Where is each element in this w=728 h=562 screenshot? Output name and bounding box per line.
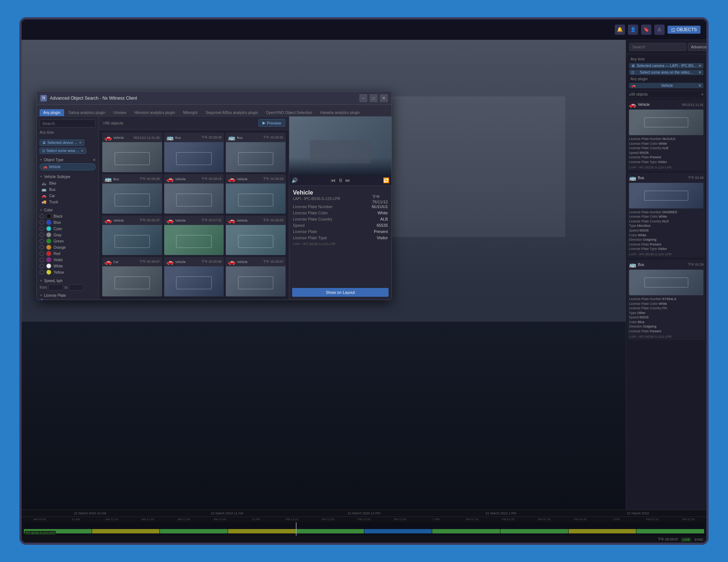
vehicle-chip[interactable]: 🚗 Vehicle bbox=[40, 163, 96, 170]
tab-uniview[interactable]: Uniview bbox=[110, 109, 130, 116]
rp-item-3-header: 🚌 Bus 下午 02:29 bbox=[629, 261, 703, 268]
area-chip-close[interactable]: ✕ bbox=[81, 149, 84, 153]
rp-view-toggle[interactable]: ≡ bbox=[701, 92, 703, 96]
play-pause-button[interactable]: ⏸ bbox=[338, 177, 343, 183]
result-card-12[interactable]: 🚗 Vehicle 下午 02:25:07 LAPI - IPC-BS36-S-… bbox=[225, 257, 286, 297]
selected-device-chip[interactable]: 🖥 Selected device ... ✕ bbox=[40, 140, 84, 146]
color-black-radio[interactable] bbox=[40, 214, 44, 218]
plugin-tabs: Any plugin Dahua analytics plugin Univie… bbox=[37, 105, 391, 117]
license-present-radio[interactable] bbox=[40, 299, 44, 300]
timeline-track[interactable]: IPC-BS36-S-12X-LPR bbox=[23, 522, 705, 536]
result-card-6[interactable]: 🚗 Vehicle 下午 02:28:33 LAPI - IPC-BS36-S-… bbox=[225, 174, 286, 214]
license-present-row[interactable]: Present bbox=[40, 299, 96, 300]
result-card-8[interactable]: 🚗 Vehicle 下午 02:27:22 LAPI - IPC-BS36-S-… bbox=[164, 215, 224, 255]
rp-advanced-button[interactable]: Advanced bbox=[688, 43, 706, 51]
live-button[interactable]: LIVE bbox=[681, 537, 691, 542]
color-red-radio[interactable] bbox=[40, 251, 44, 256]
color-green-radio[interactable] bbox=[40, 239, 44, 243]
result-card-3[interactable]: 🚌 Bus 下午 02:29:31 LAPI - IPC-BS36-S-12X-… bbox=[225, 133, 286, 173]
color-green-row[interactable]: Green bbox=[40, 239, 96, 244]
color-gray-row[interactable]: Gray bbox=[40, 232, 96, 237]
subtype-truck[interactable]: 🚚 Truck bbox=[40, 199, 96, 205]
tab-hikvision[interactable]: Hikvision analytics plugin bbox=[130, 109, 179, 116]
rp-item-2[interactable]: 🚌 Bus 下午 02:29 License Plate Number DN39… bbox=[628, 173, 705, 258]
result-card-4[interactable]: 🚌 Bus 下午 02:29:26 LAPI - IPC-BS36-S-12X-… bbox=[102, 174, 162, 214]
object-type-close[interactable]: ✕ bbox=[93, 158, 96, 162]
minimize-button[interactable]: − bbox=[359, 94, 367, 102]
color-yellow-row[interactable]: Yellow bbox=[40, 270, 96, 275]
rp-lpc1: White bbox=[659, 142, 667, 145]
tab-openvino[interactable]: OpenVINO Object Detection bbox=[262, 109, 316, 116]
speed-from-input[interactable] bbox=[48, 284, 63, 291]
color-white-radio[interactable] bbox=[40, 264, 44, 268]
subtype-car[interactable]: 🚗 Car bbox=[40, 193, 96, 199]
select-area-chip[interactable]: ⊡ Select some area ... ✕ bbox=[40, 148, 86, 154]
speed-to-input[interactable] bbox=[69, 284, 84, 291]
subtype-bus[interactable]: 🚌 Bus bbox=[40, 186, 96, 193]
speed-group[interactable]: ▼ Speed, kph bbox=[40, 279, 96, 283]
person-icon[interactable]: 👤 bbox=[628, 25, 638, 35]
bookmark-icon[interactable]: 🔖 bbox=[641, 25, 651, 35]
tab-hanwha[interactable]: Hanwha analytics plugin bbox=[316, 109, 363, 116]
close-button[interactable]: ✕ bbox=[380, 94, 388, 102]
result-card-10[interactable]: 🚗 Car 下午 02:26:07 LAPI - IPC-BS36-S-12X-… bbox=[102, 257, 162, 297]
color-violet-radio[interactable] bbox=[40, 258, 44, 262]
rp-item-2-time: 下午 02:29 bbox=[688, 175, 703, 180]
result-card-11[interactable]: 🚗 Vehicle 下午 02:25:59 LAPI - IPC-BS36-S-… bbox=[164, 257, 224, 297]
rp-select-area-tag[interactable]: ⊡ Select some area on the video... ✕ bbox=[629, 70, 703, 75]
tl-event-10 bbox=[636, 529, 704, 533]
color-orange-row[interactable]: Orange bbox=[40, 245, 96, 250]
result-card-7[interactable]: 🚗 Vehicle 下午 02:26:37 LAPI - IPC-BS36-S-… bbox=[102, 215, 162, 255]
color-yellow-radio[interactable] bbox=[40, 270, 44, 274]
sync-button[interactable]: SYNC bbox=[694, 538, 703, 541]
color-group[interactable]: ▼ Color bbox=[40, 208, 96, 212]
color-blue-radio[interactable] bbox=[40, 220, 44, 225]
object-type-group[interactable]: ▼ Object Type ✕ bbox=[40, 158, 96, 162]
subtype-bike[interactable]: 🚲 Bike bbox=[40, 180, 96, 186]
tab-milesight[interactable]: Milesight bbox=[180, 109, 201, 116]
show-on-layout-button[interactable]: Show on Layout bbox=[292, 288, 389, 297]
result-card-9[interactable]: 🚗 Vehicle 下午 02:26:02 LAPI - IPC-BS36-S-… bbox=[225, 215, 286, 255]
result-card-2[interactable]: 🚌 Bus 下午 02:29:26 LAPI - IPC-BS36-S-12X-… bbox=[164, 133, 224, 173]
tab-dahua[interactable]: Dahua analytics plugin bbox=[65, 109, 109, 116]
color-red-row[interactable]: Red bbox=[40, 251, 96, 256]
volume-icon[interactable]: 🔊 bbox=[291, 177, 298, 183]
rp-selected-camera-tag[interactable]: 🖥 Selected camera — LAPI - IPC-BS... ✕ bbox=[629, 63, 703, 69]
color-cyan-row[interactable]: Cyan bbox=[40, 226, 96, 231]
search-input[interactable] bbox=[40, 119, 96, 127]
color-violet-row[interactable]: Violet bbox=[40, 257, 96, 262]
color-black-row[interactable]: Black bbox=[40, 214, 96, 219]
rp-area-close[interactable]: ✕ bbox=[698, 70, 701, 74]
notification-icon[interactable]: 🔔 bbox=[615, 25, 625, 35]
color-blue-row[interactable]: Blue bbox=[40, 220, 96, 225]
device-chip-close[interactable]: ✕ bbox=[79, 141, 82, 145]
color-cyan-radio[interactable] bbox=[40, 226, 44, 231]
color-gray-radio[interactable] bbox=[40, 233, 44, 237]
skip-forward-button[interactable]: ⏭ bbox=[345, 177, 350, 183]
rp-item-3[interactable]: 🚌 Bus 下午 02:29 License Plate Number EY56… bbox=[628, 260, 705, 340]
result-card-1[interactable]: 🚗 Vehicle 76/11/12 11:31:35 LAPI - IPC-B… bbox=[102, 133, 162, 173]
color-orange-radio[interactable] bbox=[40, 245, 44, 249]
rp-item-1[interactable]: 🚗 Vehicle 76/11/11 11:31 License Plate N… bbox=[628, 100, 705, 171]
rp-search-input[interactable] bbox=[629, 43, 686, 51]
tab-any-plugin[interactable]: Any plugin bbox=[40, 109, 64, 116]
preview-button[interactable]: ▶ Preview bbox=[258, 119, 285, 127]
area-icon: ⊡ bbox=[42, 149, 45, 153]
tab-sequrinet[interactable]: Sequrinet AIBox analytics plugin bbox=[202, 109, 262, 116]
rp-vehicle-tag[interactable]: 🚗 Vehicle ✕ bbox=[629, 83, 703, 88]
rp-camera-close[interactable]: ✕ bbox=[698, 64, 701, 68]
warning-icon[interactable]: ⚠ bbox=[654, 25, 665, 35]
loop-icon[interactable]: 🔁 bbox=[383, 177, 389, 183]
card3-type-icon: 🚌 bbox=[228, 134, 235, 141]
car-icon: 🚗 bbox=[41, 193, 47, 198]
maximize-button[interactable]: □ bbox=[369, 94, 378, 102]
rp-vehicle-close[interactable]: ✕ bbox=[698, 84, 701, 88]
card9-time: 下午 02:26:02 bbox=[263, 218, 283, 223]
result-card-5[interactable]: 🚗 Vehicle 下午 02:29:15 LAPI - IPC-BS36-S-… bbox=[164, 174, 224, 214]
color-white-row[interactable]: White bbox=[40, 263, 96, 269]
vehicle-subtype-group[interactable]: ▼ Vehicle Subtype bbox=[40, 175, 96, 179]
license-group[interactable]: ▼ License Plate bbox=[40, 293, 96, 297]
skip-back-button[interactable]: ⏮ bbox=[331, 177, 336, 183]
objects-tab[interactable]: ◫ OBJECTS bbox=[668, 26, 701, 34]
card7-type-icon: 🚗 bbox=[104, 217, 112, 224]
